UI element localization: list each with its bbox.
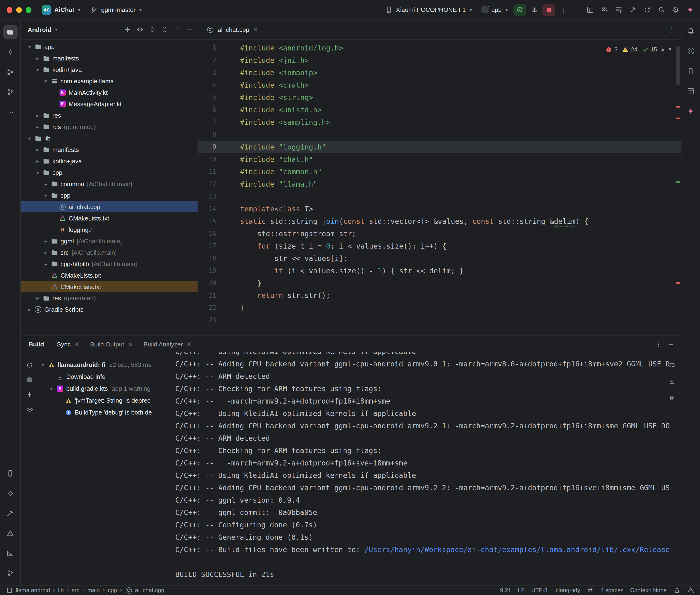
chevron-right-icon[interactable]: ▸ — [26, 307, 33, 312]
passed-count-item[interactable]: 15 — [642, 43, 657, 56]
tree-item-cpp[interactable]: ▾cpp — [21, 167, 198, 178]
code-line[interactable]: 3#include <iomanip> — [198, 67, 681, 79]
build-tree-item-llama-android-fi[interactable]: ▾llama.android: fi22 sec, 583 ms — [38, 359, 171, 371]
panel-options-button[interactable]: ⋮ — [171, 23, 184, 36]
inspections-widget[interactable]: 3 24 15 ▲ ▼ — [604, 42, 673, 57]
chevron-right-icon[interactable]: ▸ — [34, 295, 41, 301]
code-line[interactable]: 16 std::ostringstream str; — [198, 228, 681, 240]
tree-item-cmakelists-txt[interactable]: CMakeLists.txt — [21, 270, 198, 281]
code-line[interactable]: 19 if (i < values.size() - 1) { str << d… — [198, 265, 681, 277]
tree-item-lib[interactable]: ▾lib — [21, 132, 198, 144]
ai-context[interactable]: Context: None — [630, 587, 667, 594]
expand-all-button[interactable] — [146, 23, 159, 36]
tool-version-control-button[interactable] — [3, 566, 18, 580]
tree-item-ai-chat-cpp[interactable]: Cai_chat.cpp — [21, 201, 198, 213]
build-tree-item-download-info[interactable]: Download info — [38, 371, 171, 382]
sync-gradle-button[interactable] — [641, 4, 653, 16]
tool-more-button[interactable]: ⋯ — [3, 105, 18, 119]
chevron-down-icon[interactable]: ▾ — [34, 170, 41, 175]
next-problem-button[interactable]: ▼ — [669, 43, 671, 56]
code-line[interactable]: 12#include "llama.h" — [198, 178, 681, 191]
line-number[interactable]: 7 — [198, 116, 216, 129]
close-tab-button[interactable]: × — [128, 341, 133, 347]
build-tab-build-output[interactable]: Build Output× — [85, 336, 138, 352]
line-number[interactable]: 6 — [198, 104, 216, 116]
tool-project-button[interactable] — [3, 25, 18, 39]
tree-item-logging-h[interactable]: Hlogging.h — [21, 224, 198, 235]
ide-errors-icon[interactable] — [687, 587, 694, 594]
tool-running-devices-button[interactable] — [3, 466, 18, 480]
warning-count-item[interactable]: 24 — [622, 43, 637, 56]
indent-setting[interactable]: 4 spaces — [601, 587, 623, 594]
build-options-button[interactable]: ⋮ — [652, 338, 665, 350]
stop-button[interactable] — [542, 4, 555, 16]
tree-item-cmakelists-txt[interactable]: CMakeLists.txt — [21, 281, 198, 292]
clang-tidy-widget[interactable]: .clang-tidy — [554, 587, 580, 594]
collapse-all-button[interactable] — [159, 23, 171, 36]
code-editor[interactable]: 1#include <android/log.h>2#include <jni.… — [198, 39, 681, 336]
tree-item-messageadapter-kt[interactable]: KMessageAdapter.kt — [21, 98, 198, 110]
line-number[interactable]: 16 — [198, 228, 216, 240]
code-line[interactable]: 8 — [198, 129, 681, 141]
code-line[interactable]: 18 str << values[i]; — [198, 252, 681, 265]
tool-terminal-button[interactable] — [3, 546, 18, 560]
change-stripe-mark[interactable] — [676, 181, 680, 183]
gemini-assistant-button[interactable] — [684, 4, 696, 16]
chevron-down-icon[interactable]: ▾ — [48, 386, 55, 391]
tree-item-app[interactable]: ▾app — [21, 41, 198, 52]
file-encoding[interactable]: UTF-8 — [531, 587, 547, 594]
chevron-down-icon[interactable]: ▾ — [34, 67, 41, 72]
chevron-right-icon[interactable]: ▸ — [42, 181, 50, 187]
tool-assistant-button[interactable] — [683, 104, 698, 118]
line-number[interactable]: 11 — [198, 166, 216, 178]
hide-panel-button[interactable]: − — [184, 23, 196, 36]
build-tree-item-build-gradle-kts[interactable]: ▾Kbuild.gradle.ktsapp 1 warning — [38, 382, 171, 395]
code-line[interactable]: 4#include <cmath> — [198, 79, 681, 91]
tree-item-gradle-scripts[interactable]: ▸GGradle Scripts — [21, 304, 198, 315]
tool-app-quality-insights-button[interactable] — [3, 486, 18, 500]
line-number[interactable]: 14 — [198, 203, 216, 215]
device-selector[interactable]: Xiaomi POCOPHONE F1 ▾ — [381, 4, 476, 16]
close-tab-button[interactable]: × — [74, 341, 80, 347]
rerun-sync-button[interactable] — [23, 359, 36, 371]
tool-build-button[interactable] — [3, 506, 18, 520]
line-number[interactable]: 13 — [198, 191, 216, 203]
chevron-right-icon[interactable]: ▸ — [34, 147, 41, 152]
line-number[interactable]: 5 — [198, 91, 216, 104]
error-stripe-mark[interactable] — [676, 282, 680, 284]
tool-gradle-button[interactable]: G — [683, 44, 698, 58]
build-project-button[interactable] — [627, 4, 639, 16]
line-number[interactable]: 12 — [198, 178, 216, 191]
code-line[interactable]: 14template<class T> — [198, 203, 681, 215]
zoom-window-button[interactable] — [26, 7, 31, 12]
editor-options-button[interactable]: ⋮ — [666, 23, 678, 36]
tool-structure-button[interactable] — [3, 65, 18, 79]
soft-wrap-button[interactable] — [666, 359, 678, 371]
column-mode-icon[interactable]: ⇄ — [587, 587, 594, 594]
code-line[interactable]: 10#include "chat.h" — [198, 153, 681, 166]
tree-item-res[interactable]: ▸res(generated) — [21, 292, 198, 304]
line-number[interactable]: 9 — [198, 141, 216, 153]
tool-problems-button[interactable] — [3, 526, 18, 540]
device-mirroring-button[interactable] — [584, 4, 596, 16]
line-number[interactable]: 18 — [198, 252, 216, 265]
build-tab-sync[interactable]: Sync× — [52, 336, 85, 352]
code-line[interactable]: 15static std::string join(const std::vec… — [198, 215, 681, 228]
minimize-window-button[interactable] — [16, 7, 22, 12]
tree-item-manifests[interactable]: ▸manifests — [21, 52, 198, 64]
tree-item-res[interactable]: ▸res(generated) — [21, 121, 198, 132]
tree-item-cpp[interactable]: ▾cpp — [21, 190, 198, 201]
chevron-right-icon[interactable]: ▸ — [42, 261, 50, 266]
error-stripe-mark[interactable] — [676, 118, 680, 119]
breadcrumb-cpp[interactable]: cpp — [108, 587, 117, 594]
new-file-button[interactable]: + — [121, 23, 134, 36]
chevron-right-icon[interactable]: ▸ — [34, 55, 41, 61]
code-line[interactable]: 9#include "logging.h" — [198, 141, 681, 153]
close-window-button[interactable] — [7, 7, 12, 12]
line-number[interactable]: 22 — [198, 302, 216, 314]
tool-pull-requests-button[interactable] — [3, 85, 18, 99]
settings-button[interactable]: ⚙ — [670, 4, 682, 16]
code-line[interactable]: 6#include <unistd.h> — [198, 104, 681, 116]
tree-item-manifests[interactable]: ▸manifests — [21, 144, 198, 155]
line-number[interactable]: 3 — [198, 67, 216, 79]
